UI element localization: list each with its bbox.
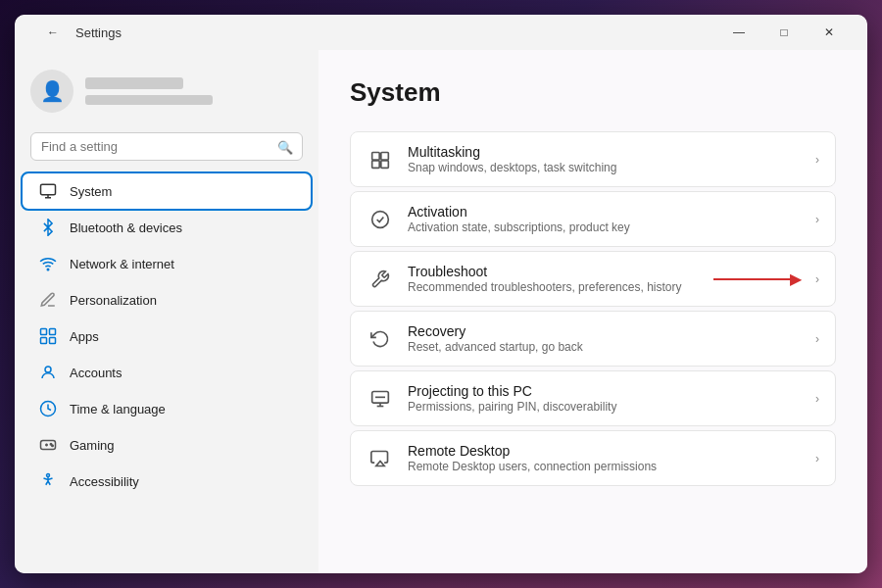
settings-item-text-troubleshoot: Troubleshoot Recommended troubleshooters… — [408, 264, 692, 294]
settings-item-text-recovery: Recovery Reset, advanced startup, go bac… — [408, 323, 802, 354]
sidebar-label-accounts: Accounts — [70, 366, 122, 380]
settings-list: Multitasking Snap windows, desktops, tas… — [350, 131, 836, 486]
search-box[interactable]: 🔍 — [30, 132, 303, 161]
gaming-icon — [38, 435, 58, 455]
search-icon: 🔍 — [277, 139, 293, 154]
time-icon — [38, 399, 58, 418]
svg-point-15 — [47, 474, 50, 477]
sidebar-item-time[interactable]: Time & language — [23, 391, 311, 426]
chevron-right-icon: › — [815, 272, 819, 286]
settings-item-desc-recovery: Reset, advanced startup, go back — [408, 340, 802, 354]
svg-rect-6 — [41, 338, 47, 344]
settings-item-projecting[interactable]: Projecting to this PC Permissions, pairi… — [350, 370, 836, 426]
accessibility-icon — [38, 471, 58, 491]
main-content: System Multitasking Snap windows, deskto… — [318, 50, 867, 573]
settings-item-title-activation: Activation — [408, 204, 802, 220]
settings-item-text-remote-desktop: Remote Desktop Remote Desktop users, con… — [408, 443, 802, 473]
user-name — [85, 77, 183, 89]
svg-point-3 — [47, 269, 49, 270]
user-email — [85, 95, 213, 105]
sidebar-label-apps: Apps — [70, 329, 99, 344]
settings-item-desc-multitasking: Snap windows, desktops, task switching — [408, 161, 802, 174]
sidebar-label-time: Time & language — [70, 402, 166, 416]
personalization-icon — [38, 290, 58, 310]
svg-rect-17 — [381, 152, 389, 160]
settings-item-desc-troubleshoot: Recommended troubleshooters, preferences… — [408, 280, 692, 294]
sidebar-item-system[interactable]: System — [23, 173, 311, 209]
multitasking-icon — [367, 146, 394, 173]
user-info — [85, 77, 213, 105]
back-button[interactable]: ← — [30, 17, 75, 48]
sidebar-item-network[interactable]: Network & internet — [23, 246, 311, 281]
settings-item-text-projecting: Projecting to this PC Permissions, pairi… — [408, 383, 802, 414]
avatar-icon: 👤 — [40, 79, 65, 103]
svg-rect-5 — [50, 329, 56, 335]
troubleshoot-icon — [367, 266, 394, 293]
activation-icon — [367, 206, 394, 233]
svg-rect-4 — [41, 329, 47, 335]
sidebar-label-accessibility: Accessibility — [70, 474, 139, 489]
sidebar-item-accessibility[interactable]: Accessibility — [23, 464, 311, 499]
settings-item-text-activation: Activation Activation state, subscriptio… — [408, 204, 802, 234]
network-icon — [38, 254, 58, 273]
bluetooth-icon — [38, 218, 58, 237]
sidebar: 👤 🔍 System Bluetooth & devices Network &… — [15, 50, 318, 573]
sidebar-label-bluetooth: Bluetooth & devices — [70, 220, 182, 235]
svg-rect-18 — [372, 160, 380, 168]
recovery-icon — [367, 325, 394, 353]
svg-rect-0 — [41, 184, 56, 195]
settings-item-text-multitasking: Multitasking Snap windows, desktops, tas… — [408, 144, 802, 174]
settings-item-activation[interactable]: Activation Activation state, subscriptio… — [350, 191, 836, 247]
window-controls: — □ ✕ — [716, 17, 852, 48]
settings-item-title-recovery: Recovery — [408, 323, 802, 339]
chevron-right-icon: › — [815, 332, 819, 346]
content-area: 👤 🔍 System Bluetooth & devices Network &… — [15, 50, 867, 573]
settings-item-title-remote-desktop: Remote Desktop — [408, 443, 802, 459]
maximize-button[interactable]: □ — [761, 17, 807, 48]
chevron-right-icon: › — [815, 452, 819, 466]
close-button[interactable]: ✕ — [807, 17, 852, 48]
svg-rect-7 — [50, 338, 56, 344]
svg-rect-16 — [372, 152, 380, 160]
settings-item-desc-remote-desktop: Remote Desktop users, connection permiss… — [408, 460, 802, 473]
page-title: System — [350, 77, 836, 108]
svg-point-8 — [45, 367, 51, 372]
avatar: 👤 — [30, 70, 74, 113]
projecting-icon — [367, 385, 394, 413]
search-input[interactable] — [30, 132, 303, 161]
sidebar-label-network: Network & internet — [70, 257, 174, 271]
apps-icon — [38, 326, 58, 346]
sidebar-nav: System Bluetooth & devices Network & int… — [15, 172, 318, 500]
settings-item-recovery[interactable]: Recovery Reset, advanced startup, go bac… — [350, 311, 836, 367]
settings-item-multitasking[interactable]: Multitasking Snap windows, desktops, tas… — [350, 131, 836, 187]
settings-item-title-multitasking: Multitasking — [408, 144, 802, 160]
app-title: Settings — [75, 25, 122, 40]
svg-point-14 — [52, 445, 54, 447]
remote-desktop-icon — [367, 445, 394, 472]
svg-marker-25 — [376, 461, 384, 466]
sidebar-item-bluetooth[interactable]: Bluetooth & devices — [23, 210, 311, 245]
minimize-button[interactable]: — — [716, 17, 761, 48]
settings-window: ← Settings — □ ✕ 👤 🔍 — [15, 15, 867, 573]
chevron-right-icon: › — [815, 213, 819, 226]
chevron-right-icon: › — [815, 153, 819, 167]
user-section[interactable]: 👤 — [15, 58, 318, 128]
system-icon — [38, 181, 58, 201]
svg-point-20 — [372, 211, 389, 227]
settings-item-title-troubleshoot: Troubleshoot — [408, 264, 692, 279]
sidebar-label-personalization: Personalization — [70, 293, 157, 308]
chevron-right-icon: › — [815, 392, 819, 406]
sidebar-item-personalization[interactable]: Personalization — [23, 282, 311, 318]
settings-item-desc-projecting: Permissions, pairing PIN, discoverabilit… — [408, 400, 802, 414]
accounts-icon — [38, 363, 58, 382]
sidebar-item-apps[interactable]: Apps — [23, 318, 311, 354]
sidebar-label-gaming: Gaming — [70, 438, 115, 453]
sidebar-item-gaming[interactable]: Gaming — [23, 427, 311, 463]
sidebar-label-system: System — [70, 184, 112, 199]
sidebar-item-accounts[interactable]: Accounts — [23, 355, 311, 390]
red-arrow-indicator: ▶ — [713, 270, 802, 288]
titlebar: ← Settings — □ ✕ — [15, 15, 867, 50]
settings-item-remote-desktop[interactable]: Remote Desktop Remote Desktop users, con… — [350, 430, 836, 486]
settings-item-troubleshoot[interactable]: Troubleshoot Recommended troubleshooters… — [350, 251, 836, 307]
settings-item-title-projecting: Projecting to this PC — [408, 383, 802, 399]
